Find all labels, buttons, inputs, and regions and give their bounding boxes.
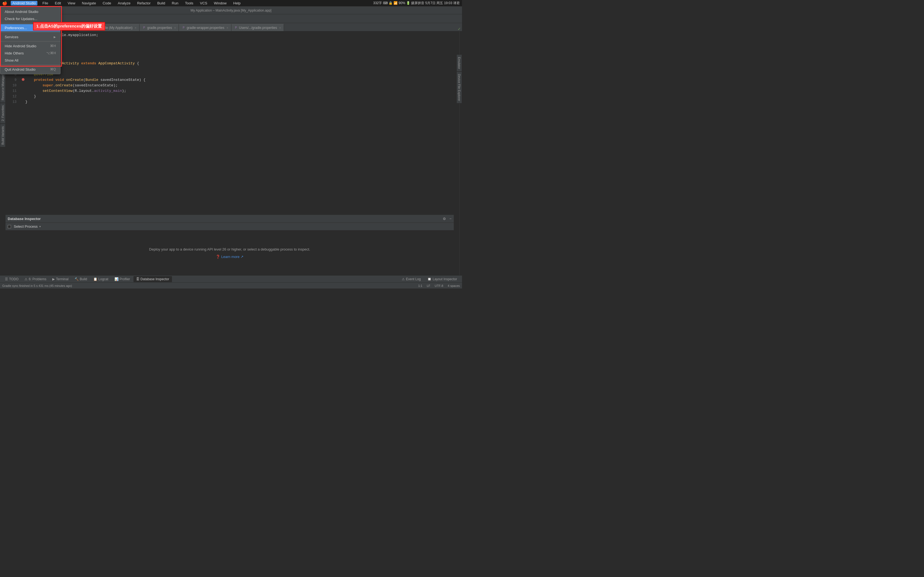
tab-problems[interactable]: ⚠ 6: Problems: [22, 276, 49, 282]
tab-layout-inspector[interactable]: 🔲 Layout Inspector: [425, 276, 460, 282]
menu-sep-4: [0, 64, 60, 65]
status-message: Gradle sync finished in 5 s 431 ms (45 m…: [2, 284, 72, 287]
db-content-area: Deploy your app to a device running API …: [5, 230, 454, 275]
title-bar: My Application – MainActivity.java [My_A…: [0, 6, 462, 14]
vtab-device-file-explorer[interactable]: Device File Explorer: [457, 71, 462, 103]
select-process-label: Select Process: [14, 224, 38, 229]
quit-shortcut: ⌘Q: [50, 68, 56, 71]
db-empty-message: Deploy your app to a device running API …: [149, 247, 310, 251]
code-editor: 1 package com.example.myapplication; 2 3…: [5, 31, 454, 215]
menu-code[interactable]: Code: [101, 1, 113, 5]
status-lf: LF: [427, 284, 430, 287]
status-line-col: 1:1: [418, 284, 422, 287]
status-indent: 4 spaces: [448, 284, 460, 287]
menu-android-studio[interactable]: Android Studio: [11, 1, 37, 5]
tab-checkmark: ✓: [457, 27, 462, 31]
menu-view[interactable]: View: [66, 1, 77, 5]
code-line-9: 9 protected void onCreate(Bundle savedIn…: [5, 77, 454, 83]
vtab-build-variants[interactable]: Build Variants: [0, 124, 5, 147]
tab-build[interactable]: 🔨 Build: [72, 276, 90, 282]
bottom-tabs: ☰ TODO ⚠ 6: Problems ▶ Terminal 🔨 Build …: [0, 275, 462, 282]
vtabs-right: Emulator Device File Explorer: [457, 55, 462, 103]
terminal-icon: ▶: [52, 277, 55, 281]
vtab-favorites[interactable]: 2: Favorites: [0, 103, 5, 124]
tab-terminal[interactable]: ▶ Terminal: [50, 276, 71, 282]
menu-item-hide-as[interactable]: Hide Android Studio ⌘H: [0, 42, 60, 50]
profiler-icon: 📊: [115, 277, 119, 281]
tab-logcat[interactable]: 📋 Logcat: [90, 276, 111, 282]
tab-icon-props3: P: [234, 26, 238, 30]
menu-item-quit[interactable]: Quit Android Studio ⌘Q: [0, 66, 60, 73]
mac-status-info: 332字 ⌨ 🔒 📶 90% 🔋 摄屏拼音 5月7日 周五 19:03 谭君: [373, 1, 460, 5]
db-inspector-title: Database Inspector: [8, 217, 443, 221]
menu-refactor[interactable]: Refactor: [136, 1, 152, 5]
menu-item-show-all[interactable]: Show All: [0, 56, 60, 64]
status-encoding: UTF-8: [435, 284, 443, 287]
menu-item-hide-others[interactable]: Hide Others ⌥⌘H: [0, 50, 60, 56]
menu-run[interactable]: Run: [170, 1, 180, 5]
breakpoint-9[interactable]: [22, 78, 24, 81]
tab-icon-props1: P: [142, 26, 146, 30]
menu-navigate[interactable]: Navigate: [80, 1, 98, 5]
db-inspector-actions: ⚙ −: [443, 217, 452, 221]
tab-close-wrapper[interactable]: ×: [226, 26, 228, 29]
menu-item-services[interactable]: Services: [0, 33, 60, 40]
tab-close-gradle1[interactable]: ×: [134, 26, 136, 29]
vtab-emulator[interactable]: Emulator: [457, 55, 462, 71]
menu-analyze[interactable]: Analyze: [116, 1, 132, 5]
help-icon: ❓: [216, 255, 220, 259]
tab-event-log[interactable]: ⚠ Event Log: [399, 276, 423, 282]
tab-close-usergradle[interactable]: ×: [279, 26, 281, 29]
menu-sep-2: [0, 32, 60, 32]
db-select-process-bar: Select Process ▾: [5, 223, 454, 230]
menu-item-check-updates[interactable]: Check for Updates...: [0, 15, 60, 22]
db-close-icon[interactable]: −: [449, 217, 452, 221]
vtab-resource-manager[interactable]: Resource Manager: [0, 72, 5, 103]
tab-gradle-props[interactable]: P gradle.properties ×: [139, 24, 179, 31]
window-title: My Application – MainActivity.java [My_A…: [191, 8, 271, 12]
menu-edit[interactable]: Edit: [53, 1, 63, 5]
tab-database-inspector[interactable]: 🗄 Database Inspector: [134, 276, 172, 282]
db-tab-icon: 🗄: [136, 277, 139, 281]
problems-icon: ⚠: [24, 277, 27, 281]
code-line-2: 2: [5, 38, 454, 44]
db-learn-more-link[interactable]: ❓ Learn more ↗: [216, 255, 244, 259]
menu-sep-3: [0, 41, 60, 42]
code-line-4: 4: [5, 49, 454, 55]
menu-tools[interactable]: Tools: [183, 1, 195, 5]
code-line-5: 5: [5, 55, 454, 60]
db-gear-icon[interactable]: ⚙: [443, 217, 446, 221]
menu-vcs[interactable]: VCS: [199, 1, 209, 5]
menu-build[interactable]: Build: [155, 1, 167, 5]
build-icon: 🔨: [74, 277, 79, 281]
code-line-6: 6 C public class MainActivity extends Ap…: [5, 60, 454, 66]
tab-todo[interactable]: ☰ TODO: [2, 276, 21, 282]
menu-file[interactable]: File: [41, 1, 50, 5]
android-studio-dropdown: About Android Studio Check for Updates..…: [0, 6, 61, 74]
mac-menubar-right: 332字 ⌨ 🔒 📶 90% 🔋 摄屏拼音 5月7日 周五 19:03 谭君: [373, 1, 460, 5]
menu-window[interactable]: Window: [212, 1, 228, 5]
tab-gradle-wrapper[interactable]: P gradle-wrapper.properties ×: [179, 24, 231, 31]
status-bar-right: 1:1 LF UTF-8 4 spaces: [418, 284, 460, 287]
mac-menubar: 🍎 Android Studio File Edit View Navigate…: [0, 0, 462, 6]
tab-close-props1[interactable]: ×: [174, 26, 176, 29]
tab-profiler[interactable]: 📊 Profiler: [112, 276, 133, 282]
tab-users-gradle[interactable]: P Users/.../gradle.properties ×: [231, 24, 284, 31]
tab-icon-props2: P: [182, 26, 186, 30]
select-process-arrow[interactable]: ▾: [39, 225, 41, 228]
code-line-8: 8 @Override: [5, 72, 454, 77]
code-line-10: 10 super.onCreate(savedInstanceState);: [5, 83, 454, 88]
db-checkbox[interactable]: [8, 225, 11, 228]
layout-inspector-icon: 🔲: [427, 277, 431, 281]
code-line-1: 1 package com.example.myapplication;: [5, 32, 454, 38]
code-line-11: 11 setContentView(R.layout.activity_main…: [5, 88, 454, 94]
todo-icon: ☰: [5, 277, 8, 281]
logcat-icon: 📋: [93, 277, 97, 281]
hide-others-shortcut: ⌥⌘H: [46, 51, 56, 55]
code-line-13: 13 }: [5, 99, 454, 105]
annotation-overlay: 1.点击AS的preferences的偏好设置: [33, 22, 105, 31]
menu-help[interactable]: Help: [232, 1, 242, 5]
event-log-icon: ⚠: [402, 277, 405, 281]
menu-item-about[interactable]: About Android Studio: [0, 8, 60, 15]
apple-icon[interactable]: 🍎: [2, 1, 7, 6]
